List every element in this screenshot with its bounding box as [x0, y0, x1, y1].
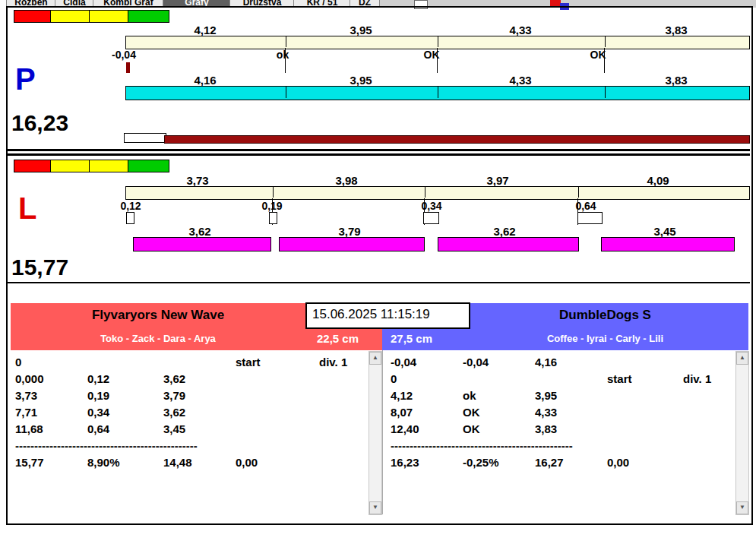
p-speed-value-3: 4,33 — [486, 74, 555, 87]
legend-yellow-box-2 — [90, 160, 128, 172]
l-speed-bar-segment-1 — [133, 237, 271, 251]
table-cell: OK — [463, 406, 480, 419]
table-cell: 3,45 — [163, 422, 185, 435]
results-divider — [382, 350, 383, 514]
l-split-value-3: 3,97 — [463, 174, 532, 187]
panel-separator-line-2 — [6, 153, 750, 156]
team-left-crew: Toko - Zack - Dara - Arya — [11, 333, 305, 344]
p-tick-label-2: ok — [252, 49, 313, 61]
table-cell: 4,12 — [391, 389, 413, 402]
red-indicator-icon — [550, 0, 561, 6]
l-speed-bar-segment-3 — [438, 237, 579, 251]
timestamp: 15.06.2025 11:15:19 — [305, 302, 470, 329]
bar-divider — [273, 187, 274, 198]
right-results-scrollbar[interactable]: ▲ ▼ — [735, 351, 749, 515]
table-cell: 8,07 — [391, 406, 413, 419]
p-diff-bar — [164, 135, 750, 144]
l-split-bar — [125, 186, 750, 200]
p-total-time: 16,23 — [11, 112, 68, 134]
legend-red-box — [14, 160, 51, 172]
table-cell: 0,64 — [87, 422, 109, 435]
l-panel-label: L — [18, 193, 36, 223]
l-tick-label-1: 0,12 — [100, 200, 161, 212]
table-cell: 0,19 — [87, 389, 109, 402]
scroll-up-icon[interactable]: ▲ — [369, 352, 381, 365]
l-gap-box-1 — [126, 212, 134, 224]
table-cell: 12,40 — [391, 422, 419, 435]
bar-divider — [578, 187, 579, 198]
team-left-size: 22,5 cm — [317, 332, 359, 345]
table-cell: 14,48 — [163, 456, 192, 469]
legend-p — [14, 10, 169, 21]
panel-separator-line-1 — [6, 149, 750, 151]
p-offset-box — [124, 133, 166, 143]
table-cell: 0 — [15, 356, 21, 368]
table-cell: 0,12 — [87, 372, 109, 385]
table-cell: start — [236, 356, 261, 368]
table-cell: 0 — [391, 372, 397, 385]
l-split-value-4: 4,09 — [624, 174, 692, 187]
app-window: Rozbeh Cidla Kombi Graf Grafy Družstva K… — [0, 0, 756, 544]
bar-divider — [286, 87, 286, 98]
bar-divider — [605, 36, 606, 47]
table-cell: OK — [463, 422, 480, 435]
p-speed-value-2: 3,95 — [327, 74, 395, 87]
table-cell: -0,04 — [391, 356, 416, 368]
l-split-value-2: 3,98 — [312, 174, 381, 187]
table-cell: 4,33 — [535, 406, 557, 419]
table-cell: 3,73 — [15, 389, 37, 402]
legend-l — [14, 160, 169, 171]
table-cell: 3,62 — [163, 406, 185, 419]
table-cell: 3,83 — [535, 422, 557, 435]
p-split-bar — [125, 36, 750, 49]
p-panel-label: P — [15, 64, 36, 94]
team-right-crew: Coffee - Iyrai - Carly - Lili — [462, 333, 748, 344]
l-tick-label-3: 0,34 — [401, 200, 462, 212]
table-cell: 11,68 — [15, 422, 43, 435]
l-speed-bar-segment-2 — [279, 237, 425, 251]
team-left-name: Flyvaryors New Wave — [11, 308, 305, 323]
left-results-scrollbar[interactable]: ▲ ▼ — [369, 351, 382, 515]
l-total-time: 15,77 — [11, 256, 68, 279]
p-tick-label-3: OK — [401, 49, 462, 61]
bar-divider — [438, 36, 438, 47]
p-split-value-2: 3,95 — [327, 24, 395, 36]
scroll-down-icon[interactable]: ▼ — [736, 501, 748, 514]
table-cell: 0,34 — [87, 406, 109, 419]
l-speed-value-1: 3,62 — [166, 225, 234, 238]
p-tick-label-1: -0,04 — [93, 49, 154, 61]
table-separator: ----------------------------------------… — [391, 439, 602, 452]
legend-green-box — [128, 160, 169, 172]
l-tick-label-2: 0,19 — [242, 200, 302, 212]
p-split-value-1: 4,12 — [171, 24, 239, 36]
p-start-marker — [126, 62, 130, 73]
table-cell: 8,90% — [87, 456, 120, 469]
table-cell: 16,27 — [535, 456, 564, 469]
legend-yellow-box-1 — [51, 160, 90, 172]
table-cell: 0,00 — [607, 456, 629, 469]
scroll-up-icon[interactable]: ▲ — [736, 352, 748, 365]
table-cell: 0,00 — [236, 456, 258, 469]
table-cell: 16,23 — [391, 456, 419, 469]
team-right-name: DumbleDogs S — [462, 308, 748, 323]
table-cell: 15,77 — [15, 456, 44, 469]
l-gap-box-2 — [269, 212, 277, 224]
legend-green-box — [128, 10, 169, 23]
p-tick-label-4: OK — [568, 49, 628, 61]
table-cell: -0,04 — [463, 356, 489, 368]
bar-divider — [605, 87, 606, 98]
scroll-down-icon[interactable]: ▼ — [369, 501, 381, 514]
l-tick-label-4: 0,64 — [555, 200, 616, 212]
l-gap-box-4 — [577, 212, 603, 224]
l-speed-bar-segment-4 — [601, 237, 735, 251]
l-speed-value-3: 3,62 — [470, 225, 539, 238]
table-cell: 3,62 — [163, 372, 185, 385]
legend-yellow-box-2 — [90, 10, 128, 23]
table-cell: ok — [463, 389, 476, 402]
l-speed-value-4: 3,45 — [631, 225, 699, 238]
table-cell: 3,79 — [163, 389, 185, 402]
table-cell: -0,25% — [463, 456, 499, 469]
table-cell: 0,000 — [15, 372, 44, 385]
table-cell: 4,16 — [535, 356, 557, 368]
table-cell: start — [607, 372, 632, 385]
